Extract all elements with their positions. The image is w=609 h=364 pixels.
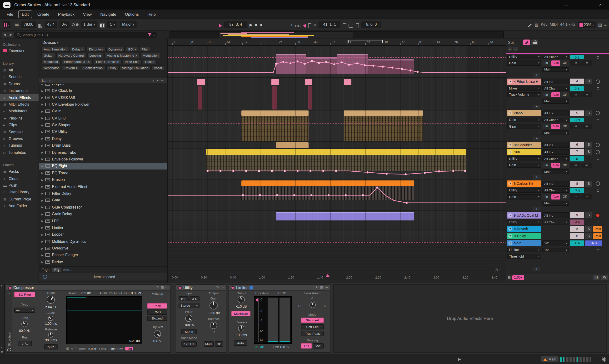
browser-item-cv-in[interactable]: ▶CV In — [39, 108, 167, 115]
fold-track-button[interactable]: ▼ — [508, 227, 512, 231]
lookahead-knob[interactable] — [310, 302, 316, 308]
sync-icon[interactable] — [43, 275, 47, 279]
true-peak-button[interactable]: True Peak — [301, 331, 324, 336]
expand-icon[interactable]: ▶ — [41, 233, 45, 236]
fold-track-button[interactable]: ▼ — [508, 213, 512, 217]
value-box[interactable]: 0 — [570, 156, 584, 161]
browser-item-erosion[interactable]: ▶Erosion — [39, 176, 167, 183]
browser-item-filter-delay[interactable]: ▶Filter Delay — [39, 190, 167, 197]
monitor-in-button[interactable]: In — [542, 61, 551, 65]
overview-toggle-icon[interactable]: ▥ — [598, 21, 602, 28]
sidebar-item-grooves[interactable]: ≈Grooves — [0, 135, 39, 142]
close-button[interactable]: × — [592, 0, 609, 10]
browser-item-eq-three[interactable]: ▶EQ Three — [39, 169, 167, 176]
mute-button[interactable]: Mute — [204, 341, 214, 347]
makeup-button[interactable]: Makeup — [144, 292, 170, 295]
browser-item-looper[interactable]: ▶Looper — [39, 231, 167, 238]
io-chooser[interactable]: All Chann▾ — [542, 117, 569, 122]
add-automation-lane-button[interactable]: + — [533, 207, 540, 211]
browser-item-overdrive[interactable]: ▶Overdrive — [39, 245, 167, 252]
more-icon[interactable]: ⋯ — [220, 286, 224, 289]
filter-tag-dynamics[interactable]: Dynamics — [106, 47, 125, 52]
crossfade-assign[interactable]: C — [594, 188, 601, 193]
more-icon[interactable]: ⋯ — [325, 286, 328, 289]
sidebar-item-audio-effects[interactable]: ≡Audio Effects — [0, 94, 39, 101]
nudge-icon[interactable] — [38, 21, 42, 28]
attack-knob[interactable] — [48, 316, 53, 321]
expand-icon[interactable]: ▶ — [41, 117, 45, 119]
crossfade-assign[interactable]: C — [594, 156, 601, 161]
filter-tag-mixing-mastering-[interactable]: Mixing & Mastering > — [104, 53, 139, 58]
ratio-knob[interactable] — [47, 296, 55, 304]
io-chooser[interactable]: Main▾ — [542, 130, 569, 135]
menu-create[interactable]: Create — [34, 10, 53, 18]
fold-track-button[interactable]: ▼ — [508, 143, 512, 147]
value-box[interactable]: -0.6 — [570, 240, 584, 246]
browser-item-delay[interactable]: ▶Delay — [39, 135, 167, 142]
preview-play-icon[interactable]: ▶ — [458, 357, 461, 361]
track-name[interactable]: ▼Sub — [507, 149, 541, 155]
value-box[interactable]: 6 — [570, 142, 584, 148]
balance-knob[interactable] — [210, 322, 217, 329]
filter-tag-modulator[interactable]: Modulator — [41, 59, 61, 64]
expand-icon[interactable]: ▶ — [41, 124, 45, 126]
track-name[interactable]: ▼4 Ether Noise H — [507, 78, 541, 85]
lookahead-value[interactable]: 3 — [296, 296, 329, 299]
freq-value[interactable]: 80.0 Hz — [13, 329, 36, 332]
browser-item-multiband-dynamics[interactable]: ▶Multiband Dynamics — [39, 238, 167, 245]
io-chooser[interactable]: Main▾ — [542, 201, 569, 206]
filter-tag-racks[interactable]: Racks — [143, 59, 156, 64]
follow-toggle-icon[interactable] — [219, 24, 222, 27]
threshold-line[interactable] — [67, 310, 142, 310]
fold-device-view-icon[interactable]: ▾ — [1, 284, 2, 287]
expand-icon[interactable]: ▶ — [41, 226, 45, 229]
volume-field[interactable]: -∞ — [570, 61, 581, 65]
track-name[interactable]: ▼Piano — [507, 110, 541, 116]
browser-item-grain-delay[interactable]: ▶Grain Delay — [39, 211, 167, 218]
sidebar-item-tunings[interactable]: ♪Tunings — [0, 142, 39, 149]
routing-ms-button[interactable]: M/S — [313, 343, 324, 349]
io-chooser[interactable]: All Ins — [542, 181, 569, 186]
expand-icon[interactable]: ▶ — [41, 206, 45, 208]
track-height-button[interactable]: H — [594, 275, 600, 280]
fold-track-button[interactable]: ▼ — [508, 79, 512, 84]
auto-release-button[interactable]: Auto — [234, 340, 247, 346]
link-toggle[interactable]: ▾ — [3, 21, 11, 28]
session-link-icon[interactable] — [295, 25, 300, 27]
filter-tag-reverb-[interactable]: Reverb > — [62, 65, 80, 70]
utility-title-bar[interactable]: Utility ↻⋯ — [176, 285, 226, 291]
headphones-icon[interactable] — [7, 348, 11, 351]
output-knob[interactable] — [238, 296, 245, 303]
metronome-icon[interactable] — [72, 21, 78, 28]
value-box[interactable]: 4 — [570, 78, 584, 84]
filter-tag-hardware-control[interactable]: Hardware Control — [56, 53, 86, 58]
routing-lr-button[interactable]: L/R — [301, 343, 312, 349]
expand-icon[interactable]: ▶ — [41, 89, 45, 92]
channel-mode-chooser[interactable]: Stereo▾ — [179, 303, 199, 308]
crossfade-assign[interactable]: C — [594, 54, 601, 59]
pan-field[interactable]: -∞ — [581, 163, 592, 168]
expand-icon[interactable]: ▶ — [41, 199, 45, 202]
save-preset-icon[interactable]: ▤ — [320, 286, 323, 289]
monitor-in-button[interactable]: In — [542, 194, 551, 199]
automation-device-chooser[interactable]: Gain▾ — [507, 194, 541, 199]
key-map-button[interactable]: Key — [541, 21, 547, 28]
menu-help[interactable]: Help — [143, 10, 159, 18]
balance-value[interactable]: C — [203, 330, 225, 334]
solo-button[interactable]: S — [585, 181, 592, 186]
sidebar-item-samples[interactable]: ▥Samples — [0, 129, 39, 135]
threshold-label[interactable]: Threshold — [255, 291, 269, 295]
expand-icon[interactable]: ▶ — [41, 240, 45, 243]
expand-icon[interactable]: ▶ — [41, 261, 45, 263]
filter-tag-resonator[interactable]: Resonator — [41, 65, 61, 70]
io-chooser[interactable]: All Chann▾ — [542, 86, 569, 91]
monitor-auto-button[interactable]: Auto — [551, 61, 560, 65]
filter-tag-vintage-emulation[interactable]: Vintage Emulation — [119, 65, 150, 70]
phase-right-button[interactable]: Ø R — [190, 296, 199, 301]
expand-icon[interactable]: ▶ — [41, 178, 45, 181]
drywet-value[interactable]: 100 % — [144, 339, 170, 343]
pan-field[interactable]: -∞ — [581, 92, 592, 97]
volume-field[interactable]: -∞ — [570, 194, 581, 199]
menu-edit[interactable]: Edit — [18, 10, 32, 18]
loop-start-field[interactable]: 41. 1. 1 — [319, 21, 340, 28]
